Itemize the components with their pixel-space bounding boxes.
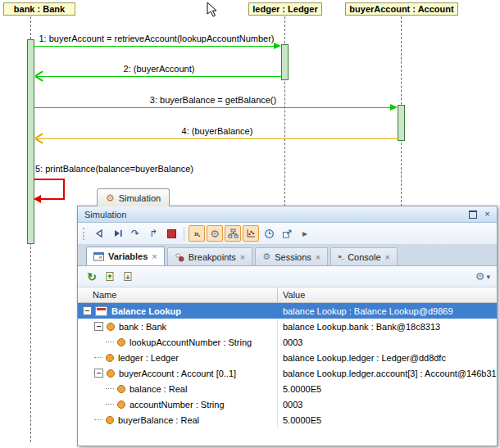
- message-2-line: [36, 76, 282, 77]
- view-options-button[interactable]: ⚙ ▾: [475, 269, 491, 285]
- table-row-buyeraccount[interactable]: buyerAccount : Account [0..1] balance Lo…: [78, 365, 497, 381]
- variables-table-header: Name Value: [78, 287, 497, 303]
- tree-connector: [94, 419, 102, 421]
- tab-breakpoints-close-icon[interactable]: ×: [240, 252, 245, 262]
- tab-variables-label: Variables: [108, 251, 148, 261]
- row-name-label: accountNumber : String: [130, 400, 225, 410]
- snapshot-button[interactable]: [120, 269, 136, 285]
- message-3-line: [34, 107, 391, 108]
- charts-button[interactable]: [243, 225, 259, 242]
- row-value-label: balance Lookup.ledger : Ledger@dd8dfc: [278, 350, 497, 365]
- variables-table: Balance Lookup balance Lookup : Balance …: [78, 303, 497, 446]
- step-out-button[interactable]: ↱: [145, 225, 161, 242]
- tab-variables[interactable]: Variables ×: [86, 247, 165, 265]
- row-value-label: 0003: [278, 334, 497, 350]
- expander-icon[interactable]: [83, 306, 92, 315]
- time-button[interactable]: [261, 225, 277, 242]
- message-5-line-bottom: [41, 198, 65, 200]
- message-1-label[interactable]: 1: buyerAccount = retrieveAccount(lookup…: [34, 34, 279, 43]
- tab-sessions[interactable]: ⚙ Sessions ×: [255, 247, 328, 265]
- column-header-name[interactable]: Name: [78, 287, 278, 302]
- float-button[interactable]: [466, 209, 479, 219]
- table-row-accountnumber[interactable]: accountNumber : String 0003: [78, 396, 497, 412]
- expander-icon[interactable]: [94, 369, 103, 378]
- refresh-button[interactable]: ↻: [84, 269, 100, 285]
- stop-icon: [167, 229, 176, 238]
- containment-tree-button[interactable]: [225, 225, 241, 242]
- tree-connector: [106, 342, 114, 343]
- row-name-label: bank : Bank: [119, 322, 166, 332]
- simulation-config-icon: [95, 306, 107, 316]
- variable-icon: [117, 385, 125, 393]
- plot-icon: [246, 229, 256, 238]
- message-5-line-side: [63, 179, 65, 200]
- dropdown-arrow-icon: ▾: [486, 273, 490, 281]
- export-button[interactable]: [279, 225, 295, 242]
- activation-buyeraccount[interactable]: [398, 105, 405, 141]
- sequence-diagram-canvas: bank : Bank ledger : Ledger buyerAccount…: [0, 0, 500, 448]
- row-name-label: lookupAccountNumber : String: [130, 337, 252, 347]
- terminate-button[interactable]: [163, 225, 180, 242]
- tree-connector: [106, 388, 114, 390]
- table-row-ledger[interactable]: ledger : Ledger balance Lookup.ledger : …: [78, 350, 497, 365]
- variables-toolbar: ↻ ⚙ ▾: [78, 266, 497, 287]
- panel-title: Simulation: [84, 210, 464, 219]
- column-header-value[interactable]: Value: [278, 287, 497, 302]
- variables-icon: [93, 251, 104, 261]
- variable-icon: [117, 400, 125, 409]
- lifeline-ledger[interactable]: ledger : Ledger: [248, 2, 322, 16]
- run-button[interactable]: [109, 225, 125, 242]
- close-button[interactable]: ×: [481, 209, 493, 219]
- step-back-icon: [94, 229, 104, 238]
- simulation-gear-icon: ⚙: [106, 193, 115, 203]
- view-options-gear-icon: ⚙: [475, 271, 485, 282]
- panel-titlebar[interactable]: Simulation ×: [78, 206, 497, 223]
- activation-bank[interactable]: [27, 39, 34, 244]
- activation-ledger[interactable]: [281, 44, 289, 80]
- console-icon: »_: [338, 253, 343, 260]
- export-variables-button[interactable]: [102, 269, 118, 285]
- message-1-arrowhead: [274, 43, 281, 49]
- step-back-button[interactable]: [91, 225, 107, 242]
- export-variables-icon: [105, 271, 115, 282]
- row-value-label: 0003: [278, 396, 497, 412]
- table-row-bank[interactable]: bank : Bank balance Lookup.bank : Bank@1…: [78, 319, 497, 334]
- simulation-toolbar: ↷ ↱ ». ⚙: [78, 223, 497, 245]
- export-icon: [282, 229, 293, 239]
- simulation-panel: ⚙ Simulation Simulation ×: [77, 188, 500, 448]
- mouse-cursor: [207, 2, 218, 18]
- message-2-label[interactable]: 2: (buyerAccount): [36, 64, 282, 74]
- row-name-label: Balance Lookup: [111, 306, 181, 316]
- tab-console[interactable]: »_ Console ×: [330, 247, 398, 265]
- lifeline-buyeraccount[interactable]: buyerAccount : Account: [345, 2, 458, 16]
- message-5-label[interactable]: 5: printBalance(balance=buyerBalance): [35, 164, 193, 174]
- tab-variables-close-icon[interactable]: ×: [152, 251, 157, 261]
- lifeline-bank[interactable]: bank : Bank: [3, 2, 75, 16]
- expander-icon[interactable]: [94, 322, 103, 331]
- step-over-button[interactable]: ↷: [127, 225, 143, 242]
- table-row-lookupaccountnumber[interactable]: lookupAccountNumber : String 0003: [78, 334, 497, 350]
- trigger-icon: ».: [193, 229, 199, 238]
- simulation-options-button[interactable]: ⚙: [207, 225, 223, 242]
- toolbar-overflow-button[interactable]: ▸: [297, 225, 313, 242]
- tab-sessions-close-icon[interactable]: ×: [316, 252, 320, 262]
- sessions-icon: ⚙: [262, 252, 270, 261]
- message-4-label[interactable]: 4: (buyerBalance): [36, 126, 398, 136]
- snapshot-icon: [123, 271, 133, 282]
- clock-icon: [264, 229, 275, 239]
- tab-breakpoints[interactable]: Breakpoints ×: [167, 247, 253, 265]
- message-3-label[interactable]: 3: buyerBalance = getBalance(): [34, 95, 392, 105]
- simulation-window-tab[interactable]: ⚙ Simulation: [97, 188, 170, 206]
- variable-icon: [106, 354, 114, 362]
- toolbar-separator: [184, 227, 184, 241]
- row-value-label: balance Lookup : Balance Lookup@d9869: [278, 303, 497, 319]
- tab-console-close-icon[interactable]: ×: [385, 252, 390, 262]
- row-name-label: buyerAccount : Account [0..1]: [119, 369, 236, 378]
- chevron-right-icon: ▸: [302, 228, 307, 239]
- table-row-buyerbalance[interactable]: buyerBalance : Real 5.0000E5: [78, 412, 497, 428]
- table-row-balance-lookup[interactable]: Balance Lookup balance Lookup : Balance …: [78, 303, 497, 319]
- toolbar-grip[interactable]: [83, 228, 86, 240]
- trigger-button[interactable]: ».: [189, 225, 205, 242]
- message-4-line: [36, 138, 398, 139]
- table-row-balance[interactable]: balance : Real 5.0000E5: [78, 381, 497, 396]
